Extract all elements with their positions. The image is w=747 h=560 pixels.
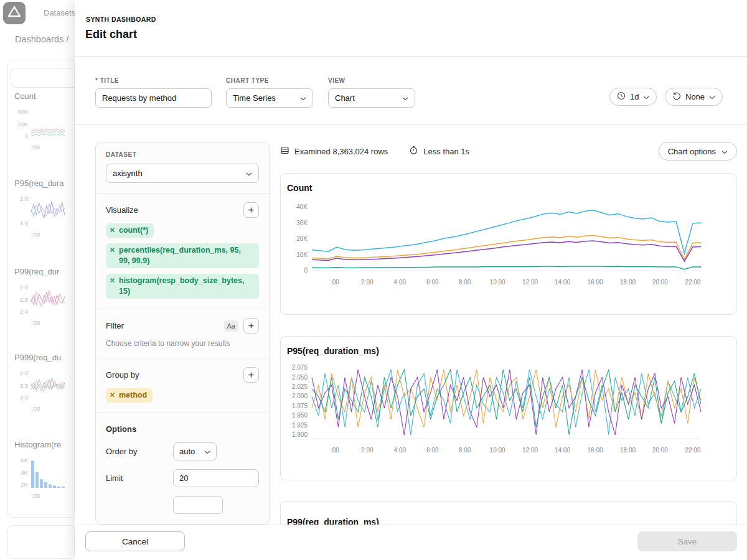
group-by-section: Group by method — [96, 358, 269, 413]
svg-text:10:00: 10:00 — [490, 447, 505, 454]
examined-rows-stat: Examined 8,363,024 rows — [280, 146, 388, 157]
view-select[interactable]: Chart — [328, 88, 415, 108]
clock-icon — [617, 91, 626, 102]
svg-text:2.025: 2.025 — [292, 383, 308, 390]
svg-text:14:00: 14:00 — [555, 279, 570, 286]
order-by-select[interactable]: auto — [173, 442, 217, 460]
p99-chart-card: P99(req_duration_ms) — [280, 501, 737, 525]
p95-chart-canvas: 2.0752.0502.0252.0001.9751.9501.9251.900… — [281, 359, 725, 457]
stopwatch-icon — [409, 146, 418, 157]
chart-type-select[interactable]: Time Series — [226, 88, 313, 108]
limit-input[interactable] — [173, 469, 259, 487]
count-chart-card: Count 40K30K20K10K0:002:004:006:008:0010… — [280, 173, 737, 315]
svg-text:18:00: 18:00 — [620, 279, 636, 286]
svg-text:0: 0 — [304, 267, 308, 274]
visualization-tag[interactable]: histogram(resp_body_size_bytes, 15) — [106, 274, 259, 299]
page-title: Edit chart — [85, 28, 137, 41]
dataset-select[interactable]: axisynth — [106, 164, 259, 183]
chevron-down-icon — [643, 92, 649, 101]
save-button[interactable]: Save — [637, 531, 737, 551]
chart-type-label: CHART TYPE — [226, 77, 313, 84]
dataset-label: DATASET — [106, 151, 259, 158]
dataset-value: axisynth — [113, 169, 143, 178]
add-filter-button[interactable] — [243, 318, 259, 334]
view-value: Chart — [335, 93, 355, 103]
visualize-section: Visualize count(*) percentiles(req_durat… — [96, 193, 269, 309]
visualization-tag-label: count(*) — [119, 225, 148, 236]
visualization-tag-label: percentiles(req_duration_ms, 95, 99, 99.… — [119, 245, 253, 266]
case-sensitivity-toggle[interactable]: Aa — [224, 320, 238, 332]
chevron-down-icon — [709, 92, 715, 101]
svg-text:12:00: 12:00 — [522, 279, 538, 286]
history-icon — [672, 91, 681, 102]
svg-text:10K: 10K — [296, 251, 308, 258]
visualize-label: Visualize — [106, 205, 138, 215]
remove-visualization-icon[interactable] — [110, 278, 115, 283]
chevron-down-icon — [721, 147, 728, 156]
svg-text:1.975: 1.975 — [292, 403, 308, 409]
chart-options-label: Chart options — [668, 147, 716, 156]
svg-text:20:00: 20:00 — [652, 447, 668, 454]
svg-text:4:00: 4:00 — [394, 447, 406, 454]
option-control-partial[interactable] — [173, 496, 223, 514]
count-chart-canvas: 40K30K20K10K0:002:004:006:008:0010:0012:… — [281, 196, 725, 289]
query-builder-panel: DATASET axisynth Visualize count(*) perc… — [95, 142, 270, 525]
add-visualization-button[interactable] — [243, 202, 259, 218]
options-label: Options — [106, 424, 259, 434]
group-by-label: Group by — [106, 370, 139, 380]
order-by-value: auto — [179, 447, 195, 456]
plus-icon — [248, 370, 255, 381]
svg-text:12:00: 12:00 — [522, 447, 538, 454]
modal-footer: Cancel Save — [75, 525, 747, 560]
svg-text:2.000: 2.000 — [292, 393, 308, 399]
chart-title: Count — [287, 183, 736, 193]
svg-text:2.075: 2.075 — [292, 364, 308, 371]
compare-value: None — [685, 92, 705, 101]
svg-text:4:00: 4:00 — [394, 279, 406, 286]
modal-header: SYNTH DASHBOARD Edit chart — [75, 0, 747, 57]
svg-text:10:00: 10:00 — [490, 279, 505, 286]
time-range-button[interactable]: 1d — [609, 88, 657, 106]
modal-overlay — [0, 0, 75, 560]
dataset-section: DATASET axisynth — [96, 142, 269, 193]
svg-text:20:00: 20:00 — [652, 279, 668, 286]
time-range-value: 1d — [630, 92, 639, 101]
svg-text:6:00: 6:00 — [426, 447, 439, 454]
svg-text:6:00: 6:00 — [426, 279, 439, 286]
p95-chart-card: P95(req_duration_ms) 2.0752.0502.0252.00… — [280, 336, 737, 480]
remove-visualization-icon[interactable] — [110, 227, 115, 233]
svg-text:2.050: 2.050 — [292, 374, 308, 381]
chart-options-button[interactable]: Chart options — [659, 142, 737, 161]
svg-text:1.925: 1.925 — [292, 422, 308, 429]
chevron-down-icon — [246, 169, 252, 178]
svg-text:8:00: 8:00 — [459, 279, 471, 286]
svg-text:1.900: 1.900 — [292, 431, 308, 438]
visualization-tag-label: histogram(resp_body_size_bytes, 15) — [119, 276, 253, 297]
chart-title: P99(req_duration_ms) — [287, 517, 736, 525]
plus-icon — [248, 320, 255, 332]
chart-title-input[interactable] — [95, 88, 212, 108]
compare-against-button[interactable]: None — [665, 88, 723, 106]
dashboard-name: SYNTH DASHBOARD — [86, 16, 156, 23]
chevron-down-icon — [402, 93, 408, 103]
options-section: Options Order by auto Limit — [96, 413, 269, 524]
svg-text::00: :00 — [331, 447, 339, 454]
group-by-tag[interactable]: method — [106, 388, 153, 403]
group-by-tag-label: method — [119, 390, 147, 401]
add-group-by-button[interactable] — [243, 367, 259, 383]
visualization-tag[interactable]: percentiles(req_duration_ms, 95, 99, 99.… — [106, 243, 259, 268]
svg-text:2:00: 2:00 — [361, 447, 374, 454]
filter-label: Filter — [106, 321, 124, 330]
svg-text:40K: 40K — [296, 203, 308, 210]
order-by-label: Order by — [106, 447, 173, 456]
chart-title: P95(req_duration_ms) — [287, 346, 736, 356]
filter-help-text: Choose criteria to narrow your results — [106, 339, 259, 348]
remove-group-by-icon[interactable] — [110, 392, 115, 398]
svg-text:16:00: 16:00 — [587, 279, 603, 286]
remove-visualization-icon[interactable] — [110, 247, 115, 253]
chart-type-value: Time Series — [233, 93, 276, 103]
title-field-label: * TITLE — [95, 77, 212, 84]
cancel-button[interactable]: Cancel — [85, 531, 185, 551]
svg-text:18:00: 18:00 — [620, 447, 636, 454]
visualization-tag[interactable]: count(*) — [106, 223, 154, 238]
